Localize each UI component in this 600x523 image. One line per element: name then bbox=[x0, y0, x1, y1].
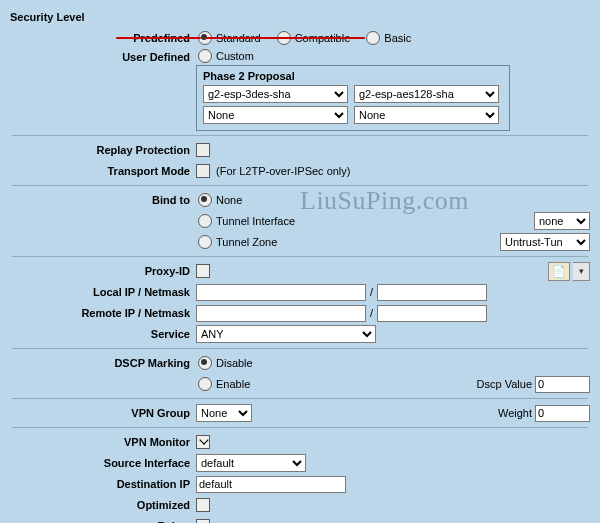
label-replay-protection: Replay Protection bbox=[6, 144, 196, 156]
phase2-select-1b[interactable]: g2-esp-aes128-sha bbox=[354, 85, 499, 103]
select-service[interactable]: ANY bbox=[196, 325, 376, 343]
label-dscp-value: Dscp Value bbox=[477, 378, 532, 390]
label-vpn-group: VPN Group bbox=[6, 407, 196, 419]
document-star-icon: 📄 bbox=[552, 265, 566, 278]
input-dscp-value[interactable] bbox=[535, 376, 590, 393]
input-local-netmask[interactable] bbox=[377, 284, 487, 301]
label-service: Service bbox=[6, 328, 196, 340]
divider bbox=[12, 348, 588, 349]
checkbox-replay-protection[interactable] bbox=[196, 143, 210, 157]
select-tunnel-interface[interactable]: none bbox=[534, 212, 590, 230]
radio-standard[interactable]: Standard bbox=[196, 31, 261, 45]
new-button-dropdown[interactable]: ▾ bbox=[573, 262, 590, 281]
radio-compatible[interactable]: Compatible bbox=[275, 31, 351, 45]
label-bind-to: Bind to bbox=[6, 194, 196, 206]
radio-custom[interactable]: Custom bbox=[196, 49, 254, 63]
new-button[interactable]: 📄 bbox=[548, 262, 570, 281]
select-vpn-group[interactable]: None bbox=[196, 404, 252, 422]
radio-dscp-enable-label: Enable bbox=[216, 378, 250, 390]
label-local-ip-netmask: Local IP / Netmask bbox=[6, 286, 196, 298]
radio-bind-tz-label: Tunnel Zone bbox=[216, 236, 277, 248]
divider bbox=[12, 256, 588, 257]
label-vpn-monitor: VPN Monitor bbox=[6, 436, 196, 448]
label-destination-ip: Destination IP bbox=[6, 478, 196, 490]
divider bbox=[12, 398, 588, 399]
label-dscp-marking: DSCP Marking bbox=[6, 357, 196, 369]
phase2-select-2b[interactable]: None bbox=[354, 106, 499, 124]
radio-dscp-disable-label: Disable bbox=[216, 357, 253, 369]
select-tunnel-zone[interactable]: Untrust-Tun bbox=[500, 233, 590, 251]
label-proxy-id: Proxy-ID bbox=[6, 265, 196, 277]
radio-custom-label: Custom bbox=[216, 50, 254, 62]
phase2-select-1a[interactable]: g2-esp-3des-sha bbox=[203, 85, 348, 103]
select-source-interface[interactable]: default bbox=[196, 454, 306, 472]
radio-bind-tunnel-interface[interactable]: Tunnel Interface bbox=[196, 214, 295, 228]
divider bbox=[12, 135, 588, 136]
radio-basic-label: Basic bbox=[384, 32, 411, 44]
checkbox-vpn-monitor[interactable] bbox=[196, 435, 210, 449]
slash-separator: / bbox=[370, 286, 373, 298]
phase2-title: Phase 2 Proposal bbox=[203, 70, 503, 82]
checkbox-optimized[interactable] bbox=[196, 498, 210, 512]
phase2-select-2a[interactable]: None bbox=[203, 106, 348, 124]
label-transport-mode: Transport Mode bbox=[6, 165, 196, 177]
input-destination-ip[interactable] bbox=[196, 476, 346, 493]
checkbox-proxy-id[interactable] bbox=[196, 264, 210, 278]
label-predefined: Predefined bbox=[6, 32, 196, 44]
divider bbox=[12, 185, 588, 186]
radio-bind-none-label: None bbox=[216, 194, 242, 206]
phase2-proposal-box: Phase 2 Proposal g2-esp-3des-sha g2-esp-… bbox=[196, 65, 510, 131]
slash-separator: / bbox=[370, 307, 373, 319]
radio-compatible-label: Compatible bbox=[295, 32, 351, 44]
label-user-defined: User Defined bbox=[6, 49, 196, 63]
label-remote-ip-netmask: Remote IP / Netmask bbox=[6, 307, 196, 319]
radio-standard-label: Standard bbox=[216, 32, 261, 44]
divider bbox=[12, 427, 588, 428]
checkbox-transport-mode[interactable] bbox=[196, 164, 210, 178]
radio-bind-ti-label: Tunnel Interface bbox=[216, 215, 295, 227]
label-source-interface: Source Interface bbox=[6, 457, 196, 469]
radio-bind-none[interactable]: None bbox=[196, 193, 242, 207]
label-optimized: Optimized bbox=[6, 499, 196, 511]
radio-basic[interactable]: Basic bbox=[364, 31, 411, 45]
input-remote-netmask[interactable] bbox=[377, 305, 487, 322]
checkbox-rekey[interactable] bbox=[196, 519, 210, 523]
radio-bind-tunnel-zone[interactable]: Tunnel Zone bbox=[196, 235, 277, 249]
section-security-level: Security Level bbox=[6, 11, 106, 23]
radio-dscp-enable[interactable]: Enable bbox=[196, 377, 250, 391]
label-weight: Weight bbox=[498, 407, 532, 419]
radio-dscp-disable[interactable]: Disable bbox=[196, 356, 253, 370]
transport-mode-note: (For L2TP-over-IPSec only) bbox=[216, 165, 350, 177]
input-local-ip[interactable] bbox=[196, 284, 366, 301]
input-weight[interactable] bbox=[535, 405, 590, 422]
input-remote-ip[interactable] bbox=[196, 305, 366, 322]
